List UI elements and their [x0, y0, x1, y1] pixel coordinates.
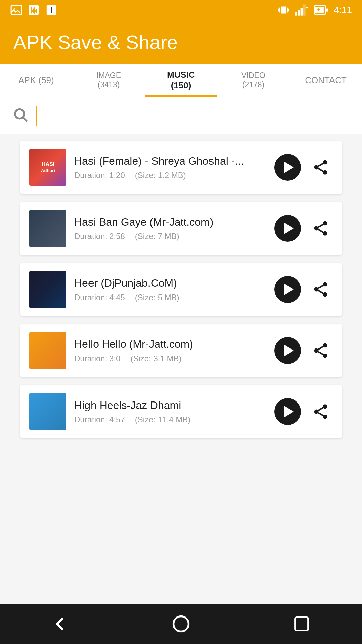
svg-point-30	[323, 343, 327, 347]
recent-apps-button[interactable]	[290, 612, 313, 636]
svg-line-33	[318, 352, 323, 355]
music-info-5: High Heels-Jaz Dhami Duration: 4:57 (Siz…	[74, 399, 266, 424]
play-button-3[interactable]	[274, 276, 301, 303]
svg-point-22	[323, 231, 327, 236]
album-art-3	[29, 271, 66, 308]
music-meta-5: Duration: 4:57 (Size: 11.4 MB)	[74, 415, 266, 424]
svg-rect-7	[300, 8, 303, 15]
signal-icon: R	[295, 4, 308, 16]
image-icon	[10, 4, 23, 16]
svg-line-24	[318, 224, 323, 227]
svg-rect-5	[295, 12, 297, 16]
status-bar: R 4:11	[0, 0, 362, 20]
svg-point-31	[314, 348, 319, 353]
alert-icon	[45, 4, 58, 16]
tab-apk[interactable]: APK (59)	[0, 64, 72, 97]
svg-rect-0	[11, 5, 22, 15]
svg-rect-41	[295, 618, 308, 631]
svg-line-19	[318, 163, 323, 166]
tab-video[interactable]: VIDEO(2178)	[217, 64, 290, 97]
home-button[interactable]	[169, 612, 193, 636]
share-button-2[interactable]	[309, 217, 333, 240]
status-left-icons	[10, 4, 58, 16]
play-icon-3	[284, 283, 294, 296]
music-title-4: Hello Hello (Mr-Jatt.com)	[74, 338, 266, 351]
svg-line-38	[318, 413, 323, 416]
share-button-3[interactable]	[309, 278, 333, 301]
svg-line-23	[318, 229, 323, 232]
search-divider	[36, 106, 37, 126]
svg-rect-6	[298, 10, 300, 16]
svg-rect-11	[326, 8, 328, 11]
music-title-5: High Heels-Jaz Dhami	[74, 399, 266, 412]
music-title-3: Heer (DjPunjab.CoM)	[74, 277, 266, 289]
svg-point-20	[323, 221, 327, 225]
svg-point-36	[314, 410, 319, 414]
svg-point-27	[323, 292, 327, 297]
status-right-icons: R 4:11	[278, 4, 352, 16]
music-info-3: Heer (DjPunjab.CoM) Duration: 4:45 (Size…	[74, 277, 266, 302]
play-button-4[interactable]	[274, 337, 301, 364]
svg-point-25	[323, 282, 327, 286]
svg-rect-8	[303, 4, 306, 15]
svg-line-39	[318, 408, 323, 411]
tab-image[interactable]: IMAGE(3413)	[72, 64, 145, 97]
list-item: Heer (DjPunjab.CoM) Duration: 4:45 (Size…	[20, 263, 342, 316]
play-icon-5	[284, 406, 294, 418]
play-icon-1	[284, 161, 294, 173]
app-header: APK Save & Share	[0, 20, 362, 64]
bottom-nav	[0, 604, 362, 644]
svg-point-37	[323, 415, 327, 419]
svg-point-17	[323, 170, 327, 175]
svg-line-29	[318, 285, 323, 288]
size-4: (Size: 3.1 MB)	[130, 354, 181, 363]
list-item: Hasi Ban Gaye (Mr-Jatt.com) Duration: 2:…	[20, 202, 342, 255]
music-meta-4: Duration: 3:0 (Size: 3.1 MB)	[74, 354, 266, 363]
battery-icon	[314, 4, 328, 16]
app-title: APK Save & Share	[13, 31, 178, 53]
music-title-2: Hasi Ban Gaye (Mr-Jatt.com)	[74, 216, 266, 228]
share-button-1[interactable]	[309, 156, 333, 179]
list-item: HASIAdhuri Hasi (Female) - Shreya Ghosha…	[20, 141, 342, 194]
duration-3: Duration: 4:45	[74, 293, 125, 302]
tab-music[interactable]: MUSIC(150)	[145, 64, 217, 97]
play-button-1[interactable]	[274, 154, 301, 181]
album-art-5	[29, 393, 66, 430]
music-meta-1: Duration: 1:20 (Size: 1.2 MB)	[74, 171, 266, 180]
music-info-1: Hasi (Female) - Shreya Ghoshal -... Dura…	[74, 155, 266, 180]
play-button-5[interactable]	[274, 398, 301, 425]
list-item: High Heels-Jaz Dhami Duration: 4:57 (Siz…	[20, 385, 342, 438]
svg-point-13	[15, 109, 24, 118]
tab-contact[interactable]: CONTACT	[290, 64, 362, 97]
svg-line-18	[318, 168, 323, 171]
search-input[interactable]	[44, 109, 350, 122]
svg-line-14	[23, 117, 27, 121]
duration-2: Duration: 2:58	[74, 232, 125, 241]
svg-point-1	[14, 8, 15, 10]
svg-point-21	[314, 226, 319, 231]
album-art-2	[29, 210, 66, 247]
album-art-1: HASIAdhuri	[29, 149, 66, 186]
svg-line-34	[318, 346, 323, 350]
duration-1: Duration: 1:20	[74, 171, 125, 180]
search-bar	[0, 97, 362, 134]
size-1: (Size: 1.2 MB)	[135, 171, 186, 180]
vibrate-icon	[278, 4, 290, 16]
share-button-4[interactable]	[309, 339, 333, 362]
list-item: Hello Hello (Mr-Jatt.com) Duration: 3:0 …	[20, 324, 342, 377]
duration-5: Duration: 4:57	[74, 415, 125, 424]
music-info-2: Hasi Ban Gaye (Mr-Jatt.com) Duration: 2:…	[74, 216, 266, 241]
play-button-2[interactable]	[274, 215, 301, 242]
svg-point-40	[174, 616, 189, 632]
size-5: (Size: 11.4 MB)	[135, 415, 190, 424]
album-art-4	[29, 332, 66, 369]
svg-point-32	[323, 354, 327, 358]
back-button[interactable]	[49, 612, 72, 636]
svg-point-16	[314, 165, 319, 170]
share-button-5[interactable]	[309, 400, 333, 423]
search-icon	[12, 106, 29, 125]
play-icon-2	[284, 222, 294, 234]
time-display: 4:11	[334, 5, 352, 15]
svg-point-15	[323, 160, 327, 164]
music-meta-3: Duration: 4:45 (Size: 5 MB)	[74, 293, 266, 302]
